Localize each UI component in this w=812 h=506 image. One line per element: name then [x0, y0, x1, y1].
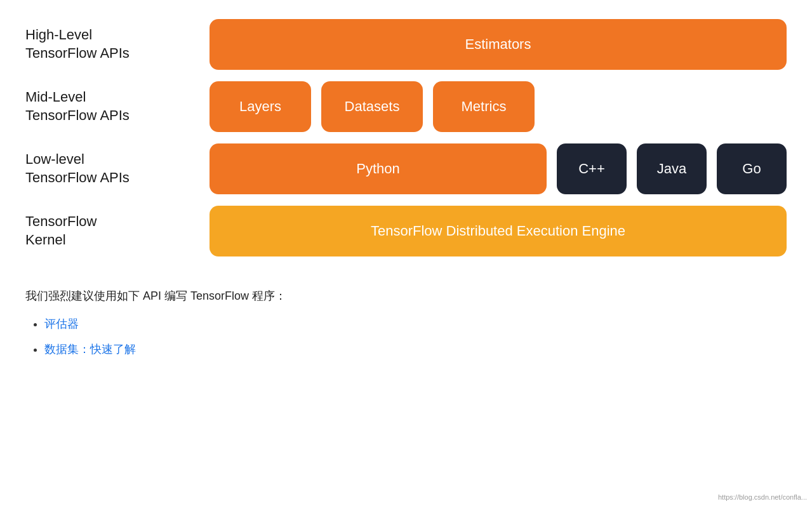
kernel-row: TensorFlow Kernel TensorFlow Distributed… — [25, 206, 787, 256]
list-item-estimator: 评估器 — [44, 316, 787, 331]
estimator-link[interactable]: 评估器 — [44, 317, 79, 330]
kernel-label: TensorFlow Kernel — [25, 213, 210, 249]
estimators-block: Estimators — [210, 19, 787, 70]
mid-level-content: Layers Datasets Metrics — [210, 81, 787, 132]
cpp-block: C++ — [557, 143, 627, 194]
low-level-row: Low-level TensorFlow APIs Python C++ Jav… — [25, 143, 787, 194]
java-block: Java — [637, 143, 707, 194]
description-section: 我们强烈建议使用如下 API 编写 TensorFlow 程序： 评估器 数据集… — [25, 288, 787, 357]
high-level-content: Estimators — [210, 19, 787, 70]
description-text: 我们强烈建议使用如下 API 编写 TensorFlow 程序： — [25, 288, 787, 303]
watermark: https://blog.csdn.net/confla... — [718, 493, 807, 501]
go-block: Go — [717, 143, 787, 194]
engine-block: TensorFlow Distributed Execution Engine — [210, 206, 787, 256]
mid-level-label: Mid-Level TensorFlow APIs — [25, 88, 210, 124]
datasets-block: Datasets — [321, 81, 423, 132]
bullet-list: 评估器 数据集：快速了解 — [25, 316, 787, 357]
python-block: Python — [210, 143, 547, 194]
high-level-label: High-Level TensorFlow APIs — [25, 26, 210, 62]
low-level-label: Low-level TensorFlow APIs — [25, 150, 210, 187]
tensorflow-api-diagram: High-Level TensorFlow APIs Estimators Mi… — [25, 19, 787, 256]
mid-level-row: Mid-Level TensorFlow APIs Layers Dataset… — [25, 81, 787, 132]
kernel-content: TensorFlow Distributed Execution Engine — [210, 206, 787, 256]
metrics-block: Metrics — [433, 81, 535, 132]
layers-block: Layers — [210, 81, 311, 132]
list-item-datasets: 数据集：快速了解 — [44, 342, 787, 357]
low-level-content: Python C++ Java Go — [210, 143, 787, 194]
high-level-row: High-Level TensorFlow APIs Estimators — [25, 19, 787, 70]
datasets-link[interactable]: 数据集：快速了解 — [44, 343, 136, 356]
